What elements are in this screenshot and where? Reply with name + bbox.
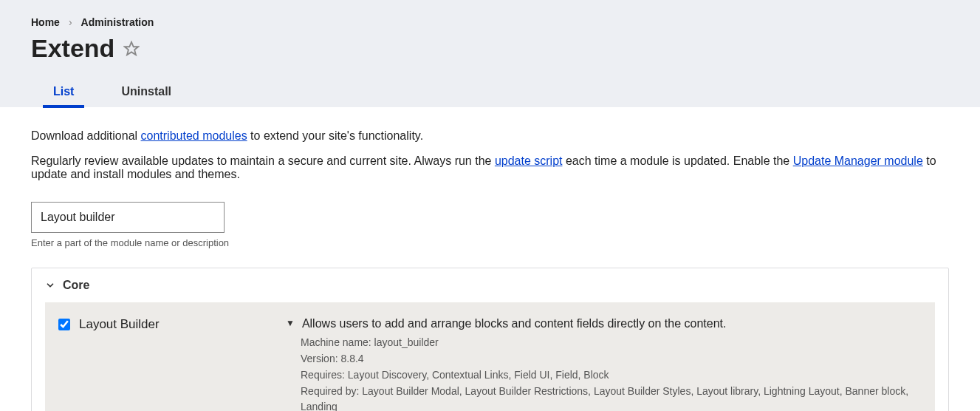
module-enable-checkbox[interactable] (58, 319, 70, 330)
breadcrumb-admin[interactable]: Administration (81, 16, 154, 28)
contributed-modules-link[interactable]: contributed modules (141, 129, 247, 142)
module-version: Version: 8.8.4 (301, 351, 922, 367)
module-name: Layout Builder (79, 317, 286, 411)
intro-text-1: Download additional contributed modules … (31, 129, 949, 143)
module-group-core: Core Layout Builder ▼ Allows users to ad… (31, 268, 949, 411)
group-header-core[interactable]: Core (45, 279, 935, 302)
breadcrumb: Home › Administration (31, 16, 949, 28)
intro-text-1b: to extend your site's functionality. (247, 129, 423, 142)
intro-text-2: Regularly review available updates to ma… (31, 154, 949, 181)
intro-text-2a: Regularly review available updates to ma… (31, 154, 495, 167)
tab-list[interactable]: List (47, 76, 80, 107)
search-hint: Enter a part of the module name or descr… (31, 237, 949, 248)
update-script-link[interactable]: update script (495, 154, 563, 167)
tabs: List Uninstall (31, 76, 949, 107)
page-title: Extend (31, 34, 114, 63)
module-machine-name: Machine name: layout_builder (301, 335, 922, 350)
group-title: Core (63, 279, 89, 292)
chevron-down-icon (45, 280, 55, 291)
module-summary: Allows users to add and arrange blocks a… (302, 317, 727, 330)
intro-text-2b: each time a module is updated. Enable th… (563, 154, 793, 167)
module-search-input[interactable] (31, 202, 225, 233)
update-manager-link[interactable]: Update Manager module (793, 154, 923, 167)
svg-marker-0 (125, 41, 138, 54)
tab-uninstall[interactable]: Uninstall (115, 76, 177, 107)
intro-text-1a: Download additional (31, 129, 141, 142)
module-required-by: Required by: Layout Builder Modal, Layou… (301, 384, 922, 411)
breadcrumb-separator-icon: › (69, 16, 72, 28)
module-requires: Requires: Layout Discovery, Contextual L… (301, 367, 922, 383)
module-row-layout-builder: Layout Builder ▼ Allows users to add and… (45, 302, 935, 411)
disclosure-triangle-icon[interactable]: ▼ (286, 317, 295, 330)
breadcrumb-home[interactable]: Home (31, 16, 60, 28)
star-icon[interactable] (123, 41, 140, 57)
